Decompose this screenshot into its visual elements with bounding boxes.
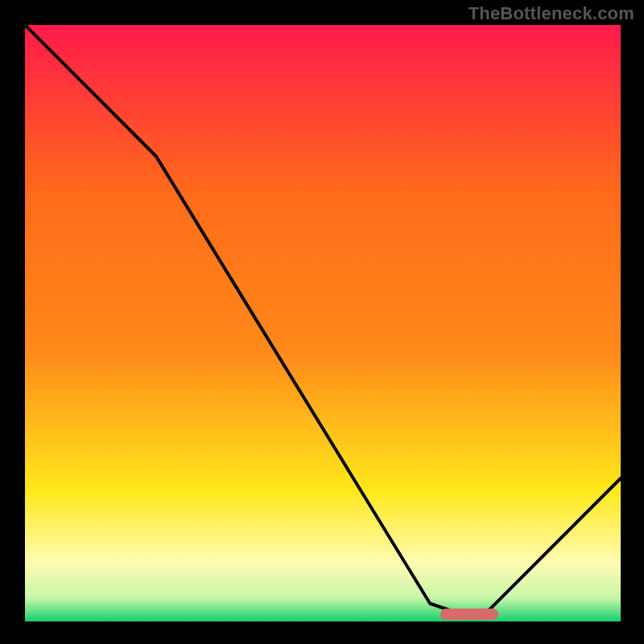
optimal-range-marker <box>440 609 498 620</box>
chart-stage: TheBottleneck.com <box>0 0 644 644</box>
bottleneck-plot <box>0 0 644 644</box>
watermark-text: TheBottleneck.com <box>469 3 634 24</box>
